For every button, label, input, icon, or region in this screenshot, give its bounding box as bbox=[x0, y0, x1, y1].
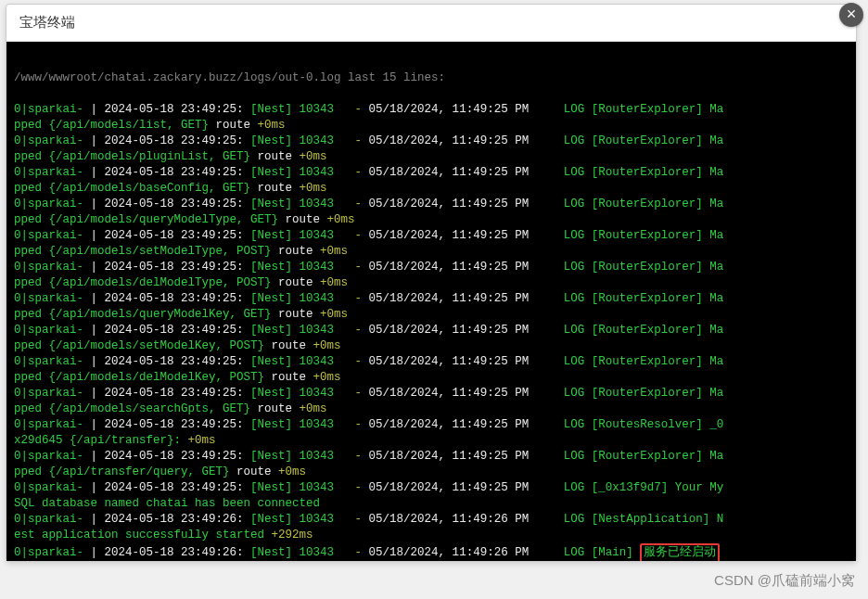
log-line: 0|sparkai- | 2024-05-18 23:49:25: [Nest]… bbox=[14, 228, 849, 244]
log-line-wrap: pped {/api/models/delModelKey, POST} rou… bbox=[14, 370, 849, 386]
log-line-wrap: pped {/api/models/setModelKey, POST} rou… bbox=[14, 338, 849, 354]
log-line: 0|sparkai- | 2024-05-18 23:49:25: [Nest]… bbox=[14, 197, 849, 212]
close-button[interactable]: × bbox=[839, 3, 863, 27]
log-line: 0|sparkai- | 2024-05-18 23:49:25: [Nest]… bbox=[14, 480, 849, 496]
log-line: 0|sparkai- | 2024-05-18 23:49:25: [Nest]… bbox=[14, 102, 849, 118]
log-line-wrap: pped {/api/models/pluginList, GET} route… bbox=[14, 149, 849, 165]
log-line: 0|sparkai- | 2024-05-18 23:49:26: [Nest]… bbox=[14, 512, 849, 528]
log-header: /www/wwwroot/chatai.zackary.buzz/logs/ou… bbox=[14, 70, 849, 86]
watermark: CSDN @爪磕前端小窝 bbox=[714, 572, 855, 590]
log-line: 0|sparkai- | 2024-05-18 23:49:25: [Nest]… bbox=[14, 417, 849, 433]
log-line-wrap: pped {/api/models/list, GET} route +0ms bbox=[14, 118, 849, 134]
log-line: 0|sparkai- | 2024-05-18 23:49:25: [Nest]… bbox=[14, 165, 849, 181]
log-line: 0|sparkai- | 2024-05-18 23:49:25: [Nest]… bbox=[14, 386, 849, 401]
log-line-wrap: x29d645 {/api/transfer}: +0ms bbox=[14, 433, 849, 449]
log-line-wrap: pped {/api/models/queryModelType, GET} r… bbox=[14, 212, 849, 228]
window-titlebar[interactable]: 宝塔终端 bbox=[6, 5, 856, 42]
log-line-wrap: pped {/api/models/searchGpts, GET} route… bbox=[14, 401, 849, 417]
log-line-wrap: pped {/api/models/baseConfig, GET} route… bbox=[14, 181, 849, 197]
log-line: 0|sparkai- | 2024-05-18 23:49:25: [Nest]… bbox=[14, 260, 849, 275]
log-line-wrap: pped {/api/models/setModelType, POST} ro… bbox=[14, 244, 849, 260]
log-line: 0|sparkai- | 2024-05-18 23:49:26: [Nest]… bbox=[14, 543, 849, 561]
log-line: 0|sparkai- | 2024-05-18 23:49:25: [Nest]… bbox=[14, 323, 849, 338]
terminal-output[interactable]: /www/wwwroot/chatai.zackary.buzz/logs/ou… bbox=[6, 42, 856, 561]
service-started-highlight: 服务已经启动 bbox=[640, 543, 720, 561]
window-title: 宝塔终端 bbox=[19, 14, 75, 30]
log-line-wrap: pped {/api/transfer/query, GET} route +0… bbox=[14, 465, 849, 480]
log-line-wrap: est application successfully started +29… bbox=[14, 528, 849, 543]
log-line-wrap: SQL database named chatai has been conne… bbox=[14, 496, 849, 512]
log-line: 0|sparkai- | 2024-05-18 23:49:25: [Nest]… bbox=[14, 354, 849, 370]
terminal-window: 宝塔终端 × /www/wwwroot/chatai.zackary.buzz/… bbox=[6, 4, 857, 562]
log-line-wrap: pped {/api/models/delModelType, POST} ro… bbox=[14, 275, 849, 291]
log-line: 0|sparkai- | 2024-05-18 23:49:25: [Nest]… bbox=[14, 134, 849, 149]
close-icon: × bbox=[847, 5, 857, 23]
log-line: 0|sparkai- | 2024-05-18 23:49:25: [Nest]… bbox=[14, 291, 849, 307]
log-line-wrap: pped {/api/models/queryModelKey, GET} ro… bbox=[14, 307, 849, 323]
log-line: 0|sparkai- | 2024-05-18 23:49:25: [Nest]… bbox=[14, 449, 849, 465]
